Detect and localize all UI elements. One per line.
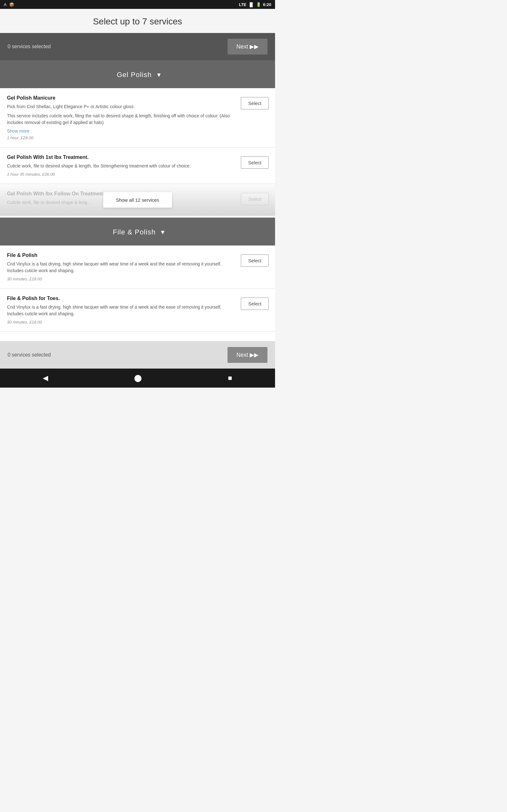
time-display: 6:20 [263, 2, 271, 7]
service-meta: 1 hour 45 minutes, £36.00 [7, 172, 234, 177]
service-name: File & Polish for Toes. [7, 296, 234, 301]
top-next-button[interactable]: Next ▶▶ [228, 39, 268, 55]
select-button-gel-polish-ibx[interactable]: Select [241, 156, 269, 169]
service-item-file-polish: File & Polish Cnd Vinylux is a fast dryi… [0, 246, 275, 289]
service-desc: Cuticle work, file to desired shape & le… [7, 163, 234, 169]
show-more-link[interactable]: Show more [7, 129, 234, 134]
status-bar: A 📦 LTE ▐▌ 🔋 6:20 [0, 0, 275, 9]
service-name: Gel Polish With 1st Ibx Treatment. [7, 154, 234, 160]
service-short-desc: Pick from Cnd Shellac, Light Elegance P+… [7, 103, 234, 110]
gel-polish-category-label: Gel Polish [117, 71, 152, 79]
show-all-btn-container: Show all 12 services [103, 192, 172, 208]
service-info: Gel Polish Manicure Pick from Cnd Shella… [7, 95, 234, 140]
file-polish-category-label: File & Polish [113, 228, 156, 236]
service-meta: 30 minutes, £18.00 [7, 320, 234, 324]
top-services-count: 0 services selected [8, 44, 51, 49]
service-info: Gel Polish With 1st Ibx Treatment. Cutic… [7, 154, 234, 177]
back-icon[interactable]: ◀ [43, 374, 48, 382]
battery-icon: 🔋 [256, 2, 261, 7]
select-button-file-polish[interactable]: Select [241, 254, 269, 267]
service-info: File & Polish Cnd Vinylux is a fast dryi… [7, 252, 234, 281]
select-button-file-polish-toes[interactable]: Select [241, 298, 269, 310]
bottom-services-count: 0 services selected [8, 352, 51, 358]
select-button-gel-polish-ibx-followon[interactable]: Select [241, 193, 269, 205]
service-item-file-polish-toes: File & Polish for Toes. Cnd Vinylux is a… [0, 289, 275, 332]
top-selection-bar: 0 services selected Next ▶▶ [0, 33, 275, 60]
bottom-next-button[interactable]: Next ▶▶ [228, 347, 268, 363]
partial-next-item [0, 332, 275, 341]
service-item-gel-polish-manicure: Gel Polish Manicure Pick from Cnd Shella… [0, 88, 275, 148]
service-info: File & Polish for Toes. Cnd Vinylux is a… [7, 296, 234, 324]
service-desc: Cnd Vinylux is a fast drying, high shine… [7, 304, 234, 317]
file-polish-category-header[interactable]: File & Polish ▾ [0, 217, 275, 246]
nav-bar: ◀ ⬤ ■ [0, 368, 275, 388]
lte-icon: LTE [239, 2, 246, 7]
service-item-gel-polish-ibx: Gel Polish With 1st Ibx Treatment. Cutic… [0, 148, 275, 184]
notification-icon-1: A [4, 2, 7, 7]
page-title: Select up to 7 services [0, 9, 275, 33]
service-name: Gel Polish Manicure [7, 95, 234, 101]
service-meta: 30 minutes, £18.00 [7, 276, 234, 281]
select-button-gel-polish-manicure[interactable]: Select [241, 97, 269, 109]
status-bar-left: A 📦 [4, 2, 14, 7]
service-extra-desc: This service includes cuticle work, fili… [7, 113, 234, 126]
stop-icon[interactable]: ■ [228, 374, 232, 382]
service-desc: Cnd Vinylux is a fast drying, high shine… [7, 261, 234, 274]
file-polish-chevron-icon: ▾ [161, 228, 165, 236]
service-name: File & Polish [7, 252, 234, 258]
gel-polish-chevron-icon: ▾ [157, 71, 161, 79]
signal-icon: ▐▌ [248, 2, 254, 7]
show-all-overlay: Gel Polish With Ibx Follow On Treatment.… [0, 184, 275, 216]
gel-polish-category-header[interactable]: Gel Polish ▾ [0, 60, 275, 88]
show-all-button[interactable]: Show all 12 services [103, 192, 172, 208]
status-bar-right: LTE ▐▌ 🔋 6:20 [239, 2, 271, 7]
notification-icon-2: 📦 [9, 2, 14, 7]
bottom-selection-bar: 0 services selected Next ▶▶ [0, 341, 275, 368]
service-meta: 1 hour, £28.00 [7, 136, 234, 140]
home-icon[interactable]: ⬤ [134, 374, 142, 382]
